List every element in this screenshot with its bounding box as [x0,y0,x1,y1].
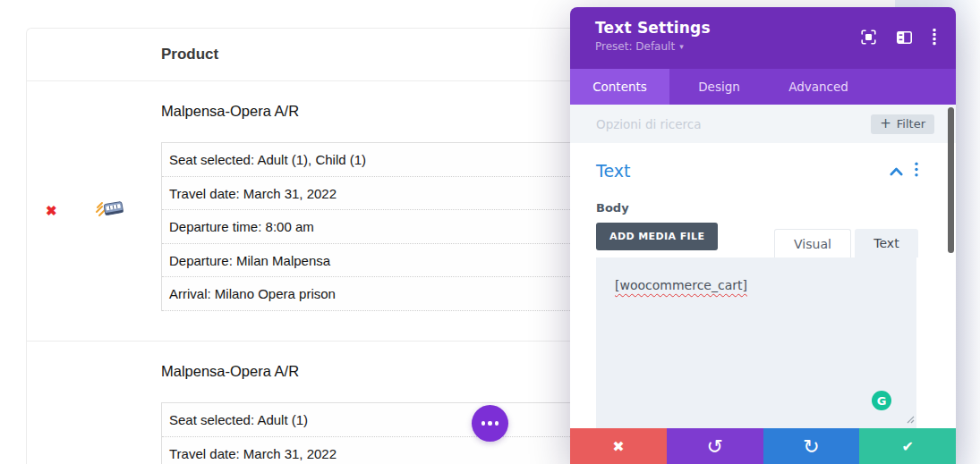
filter-button[interactable]: + Filter [871,114,934,134]
body-text-editor[interactable]: [woocommerce_cart] G [596,257,916,429]
focus-mode-icon[interactable] [861,30,876,48]
editor-tab-text[interactable]: Text [855,229,918,257]
filter-button-label: Filter [897,117,925,131]
body-field-label: Body [596,201,918,215]
ellipsis-dot [481,421,486,426]
plus-icon: + [880,118,891,130]
settings-content: Text Body [570,143,956,428]
preset-label: Preset: Default [595,40,675,53]
chevron-down-icon: ▾ [679,42,684,51]
undo-button[interactable]: ↺ [667,428,763,464]
modal-tab-bar: Contents Design Advanced [570,69,956,105]
tab-design[interactable]: Design [669,69,769,105]
modal-header[interactable]: Text Settings Preset: Default ▾ [570,7,956,69]
section-kebab-icon[interactable] [915,162,918,181]
discard-button[interactable]: ✖ [570,428,667,464]
product-thumbnail-train-icon[interactable] [96,198,124,224]
module-options-ellipsis-button[interactable] [472,405,508,442]
modal-scrollbar-thumb[interactable] [948,107,954,253]
text-settings-modal: Text Settings Preset: Default ▾ [570,7,956,464]
chevron-up-icon[interactable] [890,163,903,180]
search-input[interactable] [596,117,811,131]
page: Product ✖ [0,0,980,464]
product-title[interactable]: Malpensa-Opera A/R [161,363,299,380]
ellipsis-dot [488,421,492,426]
shortcode-text[interactable]: [woocommerce_cart] [615,278,747,292]
grammarly-icon[interactable]: G [872,391,891,410]
more-options-kebab-icon[interactable] [933,29,936,49]
section-title[interactable]: Text [596,161,630,181]
editor-toolbar: ADD MEDIA FILE Visual Text [596,223,918,257]
tab-advanced[interactable]: Advanced [769,69,868,105]
panel-layout-icon[interactable] [897,30,912,47]
search-bar: + Filter [570,105,956,143]
ellipsis-dot [495,421,499,426]
add-media-file-button[interactable]: ADD MEDIA FILE [596,223,718,250]
tab-contents[interactable]: Contents [570,69,669,105]
redo-button[interactable]: ↻ [763,428,860,464]
modal-footer: ✖ ↺ ↻ ✔ [570,428,956,464]
editor-tab-visual[interactable]: Visual [774,229,851,257]
remove-item-icon[interactable]: ✖ [46,203,57,219]
product-title[interactable]: Malpensa-Opera A/R [161,103,299,120]
confirm-button[interactable]: ✔ [859,428,956,464]
resize-handle-icon[interactable] [906,410,915,427]
product-column-header: Product [161,46,218,63]
text-section-header: Text [596,161,918,181]
